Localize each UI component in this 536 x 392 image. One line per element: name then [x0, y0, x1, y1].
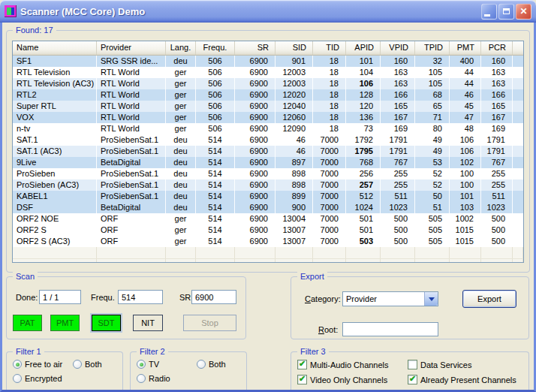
filter2-radio-tv[interactable]: TV	[137, 360, 197, 369]
table-row[interactable]: KABEL1ProSiebenSat.1deu51469008997000512…	[13, 191, 523, 202]
cell-tid: 18	[313, 78, 346, 89]
sr-label: SR	[179, 293, 191, 302]
filter1-radio-free-to-air[interactable]: Free to air	[13, 360, 73, 369]
cell-sr: 6900	[235, 78, 276, 89]
column-header-apid[interactable]: APID	[346, 41, 381, 55]
table-row[interactable]: ProSieben (AC3)ProSiebenSat.1deu51469008…	[13, 179, 523, 191]
table-row[interactable]: 9LiveBetaDigitaldeu514690089770007687675…	[13, 157, 523, 168]
cell-vpid: 511	[381, 191, 415, 202]
root-field[interactable]	[342, 322, 438, 336]
table-row[interactable]: ORF2 NOEORFger51469001300470005015005051…	[13, 213, 523, 225]
table-row[interactable]: VOXRTL Worldger5066900120601813616771471…	[13, 112, 523, 123]
empty-cell	[276, 247, 313, 258]
minimize-button[interactable]	[481, 4, 497, 20]
column-header-tid[interactable]: TID	[313, 41, 346, 55]
empty-cell	[97, 247, 166, 258]
table-row[interactable]: RTL TelevisionRTL Worldger50669001200318…	[13, 67, 523, 78]
column-header-sr[interactable]: SR	[235, 41, 276, 55]
cell-sid: 13004	[276, 213, 313, 225]
cell-frequ: 514	[196, 225, 235, 236]
cell-tid: 18	[313, 101, 346, 112]
cell-apid: 512	[346, 191, 381, 202]
cell-pmt: 47	[450, 112, 481, 123]
filter2-radio-both[interactable]: Both	[197, 360, 246, 369]
radio-selected-icon	[137, 360, 146, 369]
cell-lang: ger	[166, 78, 196, 89]
column-header-tpid[interactable]: TPID	[415, 41, 450, 55]
cell-apid: 1795	[346, 146, 381, 157]
table-row[interactable]: ORF2 S (AC3)ORFger5146900130077000503500…	[13, 236, 523, 247]
table-row[interactable]: n-tvRTL Worldger506690012090187316980481…	[13, 123, 523, 134]
table-row[interactable]: ORF2 SORFger5146900130077000501500505101…	[13, 225, 523, 236]
empty-table-row	[13, 259, 523, 263]
sr-field[interactable]	[191, 290, 236, 304]
done-field[interactable]	[39, 290, 81, 304]
cell-lang: ger	[166, 89, 196, 101]
cell-apid: 120	[346, 101, 381, 112]
cell-tpid: 51	[415, 202, 450, 213]
filter3-checkbox-video-only-channels[interactable]: ✔Video Only Channels	[297, 375, 408, 384]
cell-lang: ger	[166, 112, 196, 123]
table-row[interactable]: Super RTLRTL Worldger5066900120401812016…	[13, 101, 523, 112]
cell-name: 9Live	[13, 157, 97, 168]
column-header-pcr[interactable]: PCR	[481, 41, 513, 55]
cell-apid: 128	[346, 89, 381, 101]
stop-button[interactable]: Stop	[183, 315, 236, 331]
table-row[interactable]: RTL Television (AC3)RTL Worldger50669001…	[13, 78, 523, 89]
column-header-name[interactable]: Name	[13, 41, 97, 55]
sdt-button[interactable]: SDT	[92, 315, 121, 331]
maximize-button[interactable]	[498, 4, 514, 20]
cell-pcr: 166	[481, 89, 513, 101]
radio-label: Both	[209, 360, 226, 369]
table-row[interactable]: DSFBetaDigitaldeu51469009007000102410235…	[13, 202, 523, 213]
filter2-radio-radio[interactable]: Radio	[137, 374, 197, 383]
cell-filler	[513, 67, 523, 78]
category-label: Category:	[305, 294, 341, 303]
column-header-provider[interactable]: Provider	[97, 41, 166, 55]
radio-label: Both	[85, 360, 102, 369]
cell-name: ORF2 S	[13, 225, 97, 236]
cell-pcr: 165	[481, 101, 513, 112]
export-button[interactable]: Export	[462, 290, 516, 308]
cell-frequ: 506	[196, 112, 235, 123]
cell-filler	[513, 89, 523, 101]
nit-button[interactable]: NIT	[133, 315, 163, 331]
cell-tid: 7000	[313, 179, 346, 191]
filter3-checkbox-already-present-channels[interactable]: ✔Already Present Channels	[408, 375, 528, 384]
frequ-field[interactable]	[118, 290, 163, 304]
column-header-frequ[interactable]: Frequ.	[196, 41, 235, 55]
category-value: Provider	[343, 294, 424, 303]
column-header-vpid[interactable]: VPID	[381, 41, 415, 55]
filter1-radio-encrypted[interactable]: Encrypted	[13, 374, 73, 383]
column-header-sid[interactable]: SID	[276, 41, 313, 55]
cell-name: VOX	[13, 112, 97, 123]
cell-tpid: 50	[415, 191, 450, 202]
category-dropdown[interactable]: Provider	[342, 291, 438, 306]
cell-sr: 6900	[235, 191, 276, 202]
empty-cell	[415, 259, 450, 263]
chevron-down-icon[interactable]	[424, 292, 438, 306]
pat-button[interactable]: PAT	[13, 315, 42, 331]
column-header-lang[interactable]: Lang.	[166, 41, 196, 55]
table-row[interactable]: ProSiebenProSiebenSat.1deu51469008987000…	[13, 168, 523, 179]
cell-provider: BetaDigital	[97, 202, 166, 213]
cell-lang: ger	[166, 236, 196, 247]
empty-cell	[97, 259, 166, 263]
close-button[interactable]: ✕	[516, 4, 531, 20]
table-row[interactable]: SAT.1 (AC3)ProSiebenSat.1deu514690046700…	[13, 146, 523, 157]
cell-sr: 6900	[235, 213, 276, 225]
column-header-pmt[interactable]: PMT	[450, 41, 481, 55]
cell-pmt: 102	[450, 157, 481, 168]
table-row[interactable]: SF1SRG SSR ide...deu50669009011810116032…	[13, 56, 523, 67]
table-row[interactable]: RTL2RTL Worldger506690012020181281666846…	[13, 89, 523, 101]
cell-frequ: 514	[196, 157, 235, 168]
table-row[interactable]: SAT.1ProSiebenSat.1deu514690046700017921…	[13, 134, 523, 146]
filter1-radio-both[interactable]: Both	[73, 360, 122, 369]
filter3-checkbox-data-services[interactable]: Data Services	[408, 360, 528, 369]
maximize-icon	[503, 8, 510, 14]
cell-sid: 12060	[276, 112, 313, 123]
pmt-button[interactable]: PMT	[50, 315, 80, 331]
empty-cell	[313, 259, 346, 263]
filter3-checkbox-multi-audio-channels[interactable]: ✔Multi-Audio Channels	[297, 360, 408, 369]
cell-pcr: 511	[481, 191, 513, 202]
